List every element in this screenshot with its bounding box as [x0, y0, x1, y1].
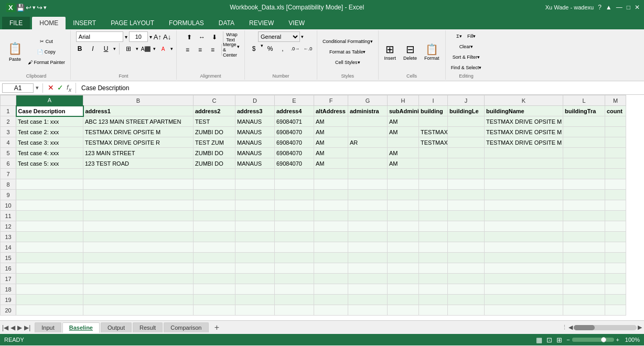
decrease-decimal-button[interactable]: ←.0: [302, 43, 314, 55]
empty-cell[interactable]: [563, 295, 605, 305]
empty-cell[interactable]: [194, 221, 235, 232]
data-cell-r6-c4[interactable]: 69084070: [275, 158, 314, 169]
header-cell-0[interactable]: Case Description: [16, 106, 83, 116]
sheet-tab-result[interactable]: Result: [133, 322, 163, 332]
empty-cell[interactable]: [605, 242, 626, 253]
empty-cell[interactable]: [485, 221, 563, 232]
data-cell-r5-c2[interactable]: ZUMBI DO: [194, 148, 235, 158]
empty-cell[interactable]: [83, 232, 194, 242]
border-dropdown-icon[interactable]: ▾: [136, 46, 138, 51]
data-cell-r2-c4[interactable]: 69084071: [275, 116, 314, 127]
align-bottom-button[interactable]: ⬇: [209, 31, 220, 43]
data-cell-r5-c4[interactable]: 69084070: [275, 148, 314, 158]
empty-cell[interactable]: [563, 253, 605, 263]
data-cell-r4-c8[interactable]: TESTMAX: [419, 137, 448, 148]
currency-dropdown-icon[interactable]: ▾: [261, 43, 263, 55]
data-cell-r4-c2[interactable]: TEST ZUM: [194, 137, 235, 148]
col-header-g[interactable]: G: [348, 95, 388, 106]
grid-wrapper[interactable]: A B C D E F G H I J K L M: [0, 95, 644, 320]
empty-cell[interactable]: [485, 232, 563, 242]
empty-cell[interactable]: [448, 295, 485, 305]
row-header-10[interactable]: 10: [1, 200, 16, 211]
empty-cell[interactable]: [83, 179, 194, 190]
empty-cell[interactable]: [194, 232, 235, 242]
row-header-7[interactable]: 7: [1, 169, 16, 179]
close-icon[interactable]: ✕: [635, 4, 640, 11]
empty-cell[interactable]: [235, 179, 275, 190]
empty-cell[interactable]: [448, 211, 485, 221]
border-button[interactable]: ⊞: [123, 43, 134, 55]
col-header-d[interactable]: D: [235, 95, 275, 106]
empty-cell[interactable]: [194, 179, 235, 190]
empty-cell[interactable]: [448, 263, 485, 274]
empty-cell[interactable]: [485, 305, 563, 316]
data-cell-r6-c3[interactable]: MANAUS: [235, 158, 275, 169]
font-name-input[interactable]: [76, 31, 123, 42]
data-cell-r5-c0[interactable]: Test case 4: xxx: [16, 148, 83, 158]
header-cell-1[interactable]: address1: [83, 106, 194, 116]
undo-icon[interactable]: ↩: [26, 4, 31, 12]
empty-cell[interactable]: [605, 200, 626, 211]
empty-cell[interactable]: [448, 242, 485, 253]
empty-cell[interactable]: [348, 200, 388, 211]
empty-cell[interactable]: [388, 295, 419, 305]
data-cell-r2-c10[interactable]: TESTMAX DRIVE OPSITE M: [485, 116, 563, 127]
empty-cell[interactable]: [194, 274, 235, 284]
empty-cell[interactable]: [83, 200, 194, 211]
data-cell-r4-c11[interactable]: [563, 137, 605, 148]
data-cell-r2-c12[interactable]: [605, 116, 626, 127]
merge-center-button[interactable]: Merge & Center: [224, 44, 236, 56]
empty-cell[interactable]: [419, 295, 448, 305]
data-cell-r3-c7[interactable]: AM: [388, 127, 419, 137]
empty-cell[interactable]: [16, 200, 83, 211]
empty-cell[interactable]: [275, 179, 314, 190]
empty-cell[interactable]: [563, 179, 605, 190]
empty-cell[interactable]: [83, 211, 194, 221]
empty-cell[interactable]: [83, 284, 194, 295]
sheet-scroll-right-last-icon[interactable]: ▶|: [24, 324, 30, 331]
header-cell-3[interactable]: address3: [235, 106, 275, 116]
empty-cell[interactable]: [563, 211, 605, 221]
empty-cell[interactable]: [448, 305, 485, 316]
empty-cell[interactable]: [235, 190, 275, 200]
row-header-20[interactable]: 20: [1, 305, 16, 316]
empty-cell[interactable]: [348, 190, 388, 200]
font-color-dropdown-icon[interactable]: ▾: [170, 46, 173, 51]
empty-cell[interactable]: [194, 295, 235, 305]
col-header-j[interactable]: J: [448, 95, 485, 106]
empty-cell[interactable]: [235, 242, 275, 253]
scrollbar-left-icon[interactable]: ◀: [568, 324, 573, 331]
empty-cell[interactable]: [194, 253, 235, 263]
row-header-12[interactable]: 12: [1, 221, 16, 232]
data-cell-r5-c9[interactable]: [448, 148, 485, 158]
empty-cell[interactable]: [235, 232, 275, 242]
empty-cell[interactable]: [448, 221, 485, 232]
data-cell-r3-c4[interactable]: 69084070: [275, 127, 314, 137]
empty-cell[interactable]: [485, 242, 563, 253]
header-cell-5[interactable]: altAddress: [314, 106, 348, 116]
data-cell-r2-c3[interactable]: MANAUS: [235, 116, 275, 127]
empty-cell[interactable]: [16, 295, 83, 305]
empty-cell[interactable]: [235, 211, 275, 221]
empty-cell[interactable]: [348, 242, 388, 253]
data-cell-r4-c12[interactable]: [605, 137, 626, 148]
data-cell-r5-c10[interactable]: [485, 148, 563, 158]
empty-cell[interactable]: [83, 274, 194, 284]
empty-cell[interactable]: [448, 274, 485, 284]
fill-color-dropdown-icon[interactable]: ▾: [153, 46, 156, 51]
font-size-dropdown-icon[interactable]: ▾: [149, 34, 152, 40]
empty-cell[interactable]: [419, 200, 448, 211]
redo-icon[interactable]: ↪: [37, 4, 42, 12]
align-top-button[interactable]: ⬆: [184, 31, 195, 43]
empty-cell[interactable]: [348, 221, 388, 232]
empty-cell[interactable]: [448, 284, 485, 295]
empty-cell[interactable]: [314, 263, 348, 274]
empty-cell[interactable]: [194, 284, 235, 295]
empty-cell[interactable]: [83, 190, 194, 200]
empty-cell[interactable]: [563, 232, 605, 242]
empty-cell[interactable]: [235, 263, 275, 274]
data-cell-r5-c1[interactable]: 123 MAIN STREET: [83, 148, 194, 158]
empty-cell[interactable]: [314, 274, 348, 284]
data-cell-r6-c5[interactable]: AM: [314, 158, 348, 169]
minimize-icon[interactable]: —: [616, 4, 622, 11]
